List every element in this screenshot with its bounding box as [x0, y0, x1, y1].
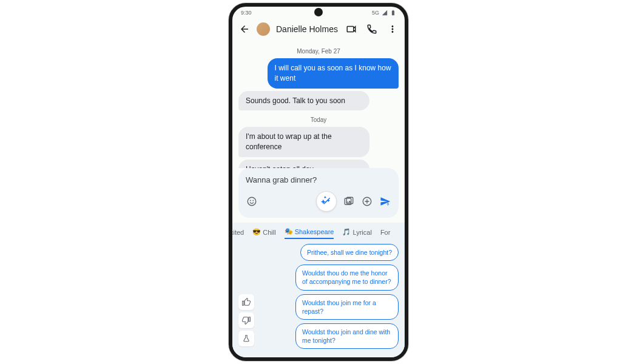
svg-point-1 — [250, 200, 251, 201]
message-received[interactable]: Haven't eaten all day — [238, 160, 369, 168]
thumbs-down-icon — [242, 316, 251, 325]
suggestion-chip[interactable]: Wouldst thou do me the honor of accompan… — [295, 265, 399, 290]
conversation-header: Danielle Holmes — [232, 19, 405, 39]
send-button[interactable] — [379, 195, 391, 207]
message-input[interactable] — [246, 175, 391, 184]
suggestion-chip[interactable]: Wouldst thou join me for a repast? — [295, 294, 399, 320]
message-sent[interactable]: I will call you as soon as I know how it… — [268, 58, 399, 89]
status-time: 9:30 — [241, 10, 252, 16]
tone-tab-lyrical[interactable]: 🎵Lyrical — [342, 228, 371, 238]
magic-compose-button[interactable] — [316, 191, 337, 212]
date-separator: Monday, Feb 27 — [238, 48, 399, 55]
contact-avatar[interactable] — [257, 22, 270, 36]
more-options-button[interactable] — [386, 23, 399, 35]
tone-tab-shakespeare[interactable]: 🎭Shakespeare — [285, 228, 334, 239]
svg-rect-7 — [388, 203, 388, 204]
message-received[interactable]: I'm about to wrap up at the conference — [238, 127, 369, 157]
experiment-button[interactable] — [238, 331, 254, 346]
gallery-button[interactable] — [343, 195, 355, 207]
thumbs-down-button[interactable] — [238, 312, 254, 328]
tone-tab-partial-right[interactable]: For — [380, 229, 391, 238]
date-separator: Today — [238, 116, 399, 123]
camera-notch — [314, 8, 323, 16]
contact-name[interactable]: Danielle Holmes — [276, 24, 338, 34]
conversation-thread[interactable]: Monday, Feb 27 I will call you as soon a… — [232, 39, 405, 168]
thumbs-up-icon — [242, 298, 251, 306]
status-network: 5G — [372, 10, 379, 16]
suggestion-chip[interactable]: Prithee, shall we dine tonight? — [300, 244, 399, 261]
thumbs-up-button[interactable] — [238, 294, 254, 310]
emoji-button[interactable] — [246, 195, 258, 207]
flask-icon — [242, 334, 251, 343]
tone-tabs[interactable]: cited 😎Chill 🎭Shakespeare 🎵Lyrical For — [232, 228, 405, 244]
suggestions-list: Prithee, shall we dine tonight? Wouldst … — [258, 244, 405, 349]
compose-area — [238, 168, 399, 218]
video-call-button[interactable] — [345, 23, 357, 35]
voice-call-button[interactable] — [366, 23, 378, 35]
signal-icon — [382, 10, 388, 16]
back-button[interactable] — [238, 23, 251, 35]
suggestion-chip[interactable]: Wouldst thou join and dine with me tonig… — [295, 323, 399, 349]
magic-compose-panel: cited 😎Chill 🎭Shakespeare 🎵Lyrical For — [232, 223, 405, 357]
svg-point-0 — [248, 197, 256, 206]
svg-point-2 — [252, 200, 254, 201]
tone-tab-partial-left[interactable]: cited — [232, 229, 244, 238]
phone-frame: 9:30 5G Danielle Holmes — [229, 3, 408, 361]
add-attachment-button[interactable] — [361, 195, 373, 207]
message-received[interactable]: Sounds good. Talk to you soon — [238, 91, 369, 111]
tone-tab-chill[interactable]: 😎Chill — [252, 228, 275, 238]
battery-icon — [390, 10, 396, 16]
